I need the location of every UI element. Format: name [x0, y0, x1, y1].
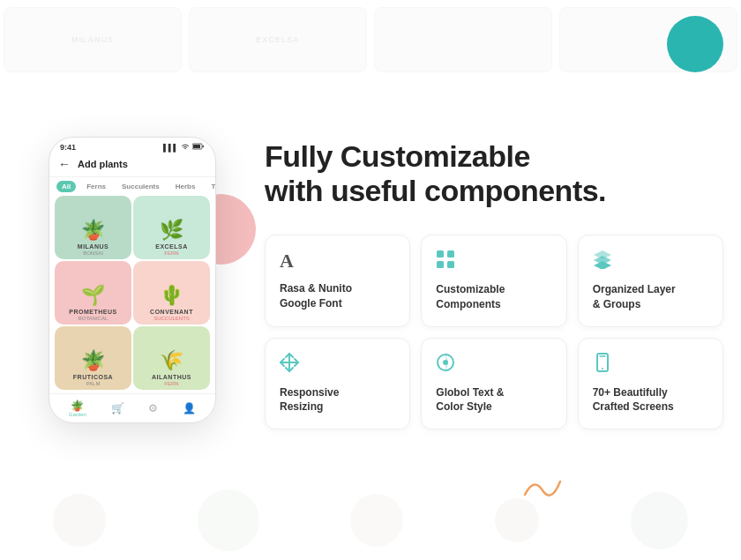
plant-name-prometheus: PROMETHEUS	[69, 309, 116, 316]
svg-rect-6	[447, 261, 454, 268]
nav-profile-icon: 👤	[183, 402, 196, 414]
left-section: 9:41 ▌▌▌ ← Add plants All	[18, 18, 247, 542]
nav-cart-icon: 🛒	[111, 402, 124, 414]
plant-shape-convenant: 🌵	[160, 284, 183, 307]
phone-header: ← Add plants	[49, 153, 215, 177]
filter-tab-more[interactable]: Tr...	[206, 181, 216, 192]
plant-card-excelsa[interactable]: 🌿 EXCELSA FERN	[133, 196, 210, 259]
feature-card-responsive: ResponsiveResizing	[265, 338, 410, 430]
battery-icon	[192, 143, 205, 152]
plant-card-ailanthus[interactable]: 🌾 AILANTHUS FERN	[133, 326, 210, 390]
plant-card-prometheus[interactable]: 🌱 PROMETHEUS BOTANICAL	[55, 261, 131, 325]
plant-name-ailanthus: AILANTHUS	[152, 374, 191, 381]
plant-sub-fruticosa: PALM	[86, 381, 101, 386]
plant-sub-prometheus: BOTANICAL	[79, 316, 109, 321]
main-container: 9:41 ▌▌▌ ← Add plants All	[0, 0, 741, 560]
layers-icon	[593, 250, 708, 273]
feature-title-components: CustomizableComponents	[436, 282, 551, 312]
phone-mockup: 9:41 ▌▌▌ ← Add plants All	[49, 137, 216, 423]
back-button[interactable]: ←	[58, 157, 71, 171]
plant-shape-fruticosa: 🪴	[81, 349, 105, 372]
plant-sub-convenant: SUCCULENTS	[153, 316, 190, 321]
feature-title-layers: Organized Layer& Groups	[593, 282, 708, 312]
nav-profile[interactable]: 👤	[183, 402, 196, 414]
feature-title-responsive: ResponsiveResizing	[280, 385, 395, 415]
svg-marker-9	[594, 261, 611, 269]
filter-tabs: All Ferns Succulents Herbs Tr...	[49, 177, 215, 196]
svg-point-15	[602, 368, 603, 370]
features-grid: A Rasa & NunitoGoogle Font CustomizableC…	[265, 235, 723, 429]
plant-sub-excelsa: FERN	[164, 250, 178, 256]
nav-garden[interactable]: 🪴 Garden	[69, 399, 86, 417]
nav-settings-icon: ⚙	[148, 402, 158, 414]
filter-tab-ferns[interactable]: Ferns	[81, 181, 111, 192]
headline-line1: Fully Customizable	[265, 139, 530, 173]
teal-circle-decoration	[667, 16, 723, 72]
nav-settings[interactable]: ⚙	[148, 402, 158, 414]
feature-title-screens: 70+ BeautifullyCrafted Screens	[593, 385, 708, 415]
plant-name-excelsa: EXCELSA	[155, 243, 188, 250]
headline: Fully Customizable with useful component…	[265, 139, 723, 208]
nav-cart[interactable]: 🛒	[111, 402, 124, 414]
nav-garden-icon: 🪴	[69, 399, 86, 412]
plant-name-fruticosa: FRUTICOSA	[73, 374, 113, 381]
plant-grid: 🪴 MILANUS BONSAI 🌿 EXCELSA FERN 🌱 PROMET…	[49, 196, 215, 393]
phone-bottom-nav: 🪴 Garden 🛒 ⚙ 👤	[49, 393, 215, 422]
nav-garden-label: Garden	[69, 412, 86, 417]
plant-card-fruticosa[interactable]: 🪴 FRUTICOSA PALM	[55, 326, 131, 390]
svg-rect-3	[437, 250, 444, 258]
responsive-icon	[280, 353, 395, 377]
filter-tab-succulents[interactable]: Succulents	[116, 181, 165, 192]
feature-title-text: Globol Text &Color Style	[436, 385, 551, 415]
wifi-icon	[181, 143, 190, 152]
feature-title-font: Rasa & NunitoGoogle Font	[280, 281, 395, 311]
screens-icon	[593, 353, 708, 377]
plant-shape-prometheus: 🌱	[81, 284, 105, 307]
phone-status-bar: 9:41 ▌▌▌	[49, 138, 215, 153]
plant-shape-milanus: 🪴	[81, 219, 105, 242]
svg-rect-1	[193, 145, 200, 148]
plant-shape-ailanthus: 🌾	[160, 349, 183, 372]
squiggle-decoration	[520, 468, 565, 507]
plant-name-milanus: MILANUS	[78, 243, 109, 250]
plant-name-convenant: CONVENANT	[150, 309, 193, 316]
phone-status-icons: ▌▌▌	[163, 143, 205, 152]
font-icon: A	[280, 250, 395, 273]
feature-card-components: CustomizableComponents	[421, 235, 566, 327]
feature-card-font: A Rasa & NunitoGoogle Font	[265, 235, 410, 327]
plant-shape-excelsa: 🌿	[160, 219, 183, 242]
headline-line2: with useful components.	[265, 174, 606, 207]
feature-card-text: Globol Text &Color Style	[421, 338, 566, 430]
plant-sub-ailanthus: FERN	[164, 381, 178, 386]
phone-time: 9:41	[60, 143, 76, 152]
plant-sub-milanus: BONSAI	[83, 250, 103, 256]
phone-screen-title: Add plants	[78, 159, 128, 169]
signal-icon: ▌▌▌	[163, 144, 178, 152]
feature-card-layers: Organized Layer& Groups	[578, 235, 723, 327]
svg-rect-2	[203, 146, 205, 147]
filter-tab-all[interactable]: All	[56, 181, 76, 192]
svg-point-13	[443, 360, 448, 365]
svg-rect-5	[437, 261, 444, 268]
feature-card-screens: 70+ BeautifullyCrafted Screens	[578, 338, 723, 430]
svg-rect-4	[447, 250, 454, 258]
components-icon	[436, 250, 551, 273]
plant-card-convenant[interactable]: 🌵 CONVENANT SUCCULENTS	[133, 261, 210, 325]
text-color-icon	[436, 353, 551, 377]
filter-tab-herbs[interactable]: Herbs	[170, 181, 201, 192]
right-section: Fully Customizable with useful component…	[265, 18, 723, 542]
plant-card-milanus[interactable]: 🪴 MILANUS BONSAI	[55, 196, 131, 259]
